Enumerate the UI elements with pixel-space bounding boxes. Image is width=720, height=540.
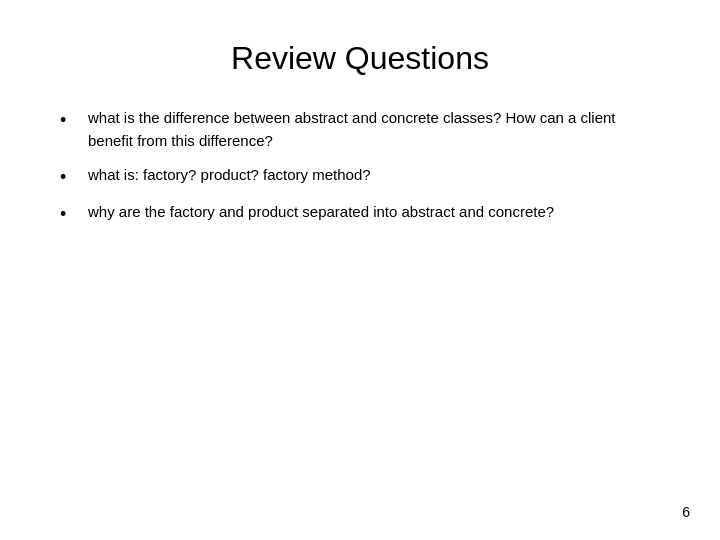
- bullet-dot-2: •: [60, 166, 80, 189]
- bullet-text-3: why are the factory and product separate…: [88, 201, 660, 224]
- slide-title: Review Questions: [60, 40, 660, 77]
- page-number: 6: [682, 504, 690, 520]
- bullet-dot-3: •: [60, 203, 80, 226]
- bullet-list: • what is the difference between abstrac…: [60, 107, 660, 239]
- slide-container: Review Questions • what is the differenc…: [0, 0, 720, 540]
- bullet-dot-1: •: [60, 109, 80, 132]
- bullet-text-2: what is: factory? product? factory metho…: [88, 164, 660, 187]
- list-item: • why are the factory and product separa…: [60, 201, 660, 226]
- list-item: • what is: factory? product? factory met…: [60, 164, 660, 189]
- list-item: • what is the difference between abstrac…: [60, 107, 660, 152]
- bullet-text-1: what is the difference between abstract …: [88, 107, 660, 152]
